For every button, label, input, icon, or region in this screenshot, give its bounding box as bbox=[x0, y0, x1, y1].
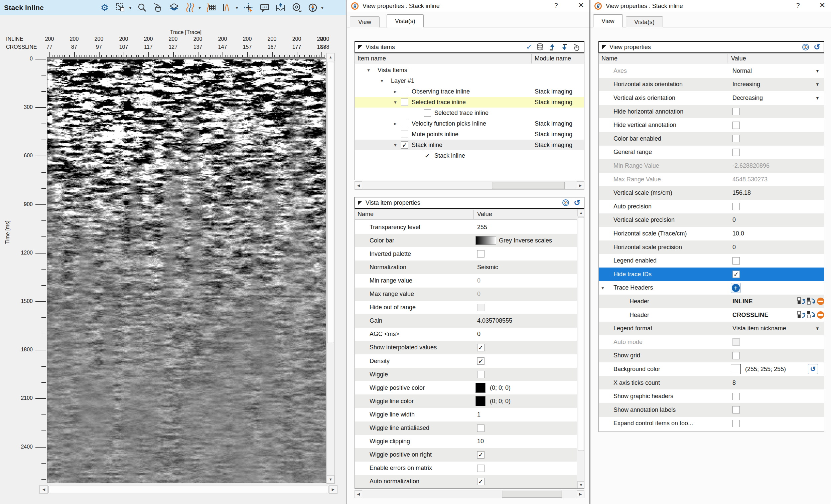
property-row[interactable]: Horizontal scale precision0 bbox=[599, 240, 824, 254]
property-row[interactable]: Legend enabled bbox=[599, 254, 824, 268]
expander-down-icon[interactable]: ▾ bbox=[390, 142, 401, 148]
tree-item[interactable]: Mute points inlineStack imaging bbox=[355, 129, 584, 140]
close-button[interactable]: ✕ bbox=[575, 1, 587, 10]
property-row[interactable]: Background color(255; 255; 255)↺ bbox=[599, 362, 824, 376]
color-swatch[interactable] bbox=[476, 396, 486, 406]
upload-arrow-icon[interactable] bbox=[548, 43, 556, 51]
property-row[interactable]: Gain4.035708555 bbox=[355, 314, 577, 328]
expander-down-icon[interactable]: ▾ bbox=[601, 285, 604, 291]
scroll-up-button[interactable]: ▲ bbox=[577, 209, 584, 216]
property-row[interactable]: Wiggle line color(0; 0; 0) bbox=[355, 394, 577, 408]
scroll-down-button[interactable]: ▼ bbox=[577, 481, 584, 488]
expander-down-icon[interactable]: ▾ bbox=[376, 78, 388, 84]
dropdown-arrow-icon[interactable]: ▼ bbox=[815, 82, 820, 87]
seismic-image[interactable] bbox=[48, 58, 326, 483]
property-row[interactable]: Auto normalization✓ bbox=[355, 475, 577, 488]
property-row[interactable]: Wiggle positive color(0; 0; 0) bbox=[355, 381, 577, 394]
property-row[interactable]: Color barGrey Inverse scales bbox=[355, 234, 577, 247]
remove-header-icon[interactable] bbox=[816, 310, 824, 319]
tree-item[interactable]: ▾Vista Items bbox=[355, 65, 584, 76]
property-row[interactable]: Auto mode bbox=[599, 335, 824, 349]
undo-icon[interactable]: ↺ bbox=[813, 44, 820, 51]
compass-dropdown[interactable]: ▾ bbox=[321, 5, 324, 11]
tree-item[interactable]: ▾Layer #1 bbox=[355, 76, 584, 86]
item-visibility-checkbox[interactable]: ✓ bbox=[401, 141, 408, 149]
property-checkbox[interactable] bbox=[733, 406, 740, 414]
vista-items-section-header[interactable]: Vista items ✓ bbox=[354, 41, 584, 53]
property-row[interactable]: Vertical scale (ms/cm)156.18 bbox=[599, 186, 824, 200]
property-row[interactable]: AGC <ms>0 bbox=[355, 328, 577, 341]
undo-icon[interactable]: ↺ bbox=[574, 199, 580, 206]
expander-right-icon[interactable]: ▸ bbox=[390, 121, 401, 126]
close-button[interactable]: ✕ bbox=[816, 1, 828, 10]
target-icon[interactable] bbox=[802, 43, 810, 51]
item-visibility-checkbox[interactable] bbox=[424, 109, 431, 117]
property-row[interactable]: Max range value0 bbox=[355, 288, 577, 301]
property-checkbox[interactable] bbox=[733, 203, 740, 210]
property-row[interactable]: Density✓ bbox=[355, 354, 577, 368]
layers-icon[interactable] bbox=[168, 2, 180, 13]
amplitude-curve-dropdown[interactable]: ▾ bbox=[235, 5, 238, 11]
reset-color-button[interactable]: ↺ bbox=[808, 364, 818, 374]
property-checkbox[interactable] bbox=[733, 149, 740, 156]
compass-icon[interactable] bbox=[307, 2, 318, 13]
annotation-bubble-icon[interactable] bbox=[259, 2, 270, 13]
property-row[interactable]: Wiggle bbox=[355, 368, 577, 381]
vista-items-hscrollbar[interactable]: ◀ ▶ bbox=[354, 181, 584, 190]
property-row[interactable]: Min Range Value-2.628820896 bbox=[599, 159, 824, 173]
property-row[interactable]: Show grid bbox=[599, 349, 824, 363]
property-row[interactable]: HeaderINLINE bbox=[599, 295, 824, 308]
database-icon[interactable] bbox=[536, 43, 544, 51]
download-arrow-icon[interactable] bbox=[560, 43, 568, 51]
property-row[interactable]: Hide vertical annotation bbox=[599, 118, 824, 132]
color-swatch[interactable] bbox=[476, 383, 486, 393]
item-visibility-checkbox[interactable] bbox=[401, 130, 408, 138]
property-checkbox[interactable] bbox=[733, 420, 740, 427]
amplitude-curve-icon[interactable] bbox=[222, 2, 233, 13]
expander-down-icon[interactable]: ▾ bbox=[390, 99, 401, 105]
property-row[interactable]: General range bbox=[599, 146, 824, 159]
property-row[interactable]: Hide horizontal annotation bbox=[599, 105, 824, 119]
dropdown-arrow-icon[interactable]: ▼ bbox=[815, 95, 820, 100]
property-checkbox[interactable] bbox=[477, 250, 485, 258]
collapse-triangle-icon[interactable] bbox=[358, 45, 363, 50]
property-checkbox[interactable] bbox=[733, 393, 740, 400]
property-row[interactable]: NormalizationSeismic bbox=[355, 261, 577, 274]
remove-header-icon[interactable] bbox=[816, 297, 824, 306]
property-checkbox[interactable]: ✓ bbox=[733, 270, 740, 278]
viewer-hscrollbar[interactable]: ◀ ▶ bbox=[39, 485, 338, 494]
mouse-icon[interactable] bbox=[572, 43, 580, 51]
properties-vscroll-thumb[interactable] bbox=[578, 217, 584, 451]
collapse-triangle-icon[interactable] bbox=[358, 201, 363, 205]
property-row[interactable]: Min range value0 bbox=[355, 274, 577, 287]
item-visibility-checkbox[interactable]: ✓ bbox=[424, 152, 431, 159]
help-button[interactable]: ? bbox=[551, 2, 561, 9]
property-row[interactable]: Inverted palette bbox=[355, 247, 577, 261]
scroll-left-button[interactable]: ◀ bbox=[355, 181, 362, 189]
select-region-icon[interactable] bbox=[115, 2, 126, 13]
property-row[interactable]: Auto precision bbox=[599, 200, 824, 213]
properties-hscrollbar[interactable]: ◀ ▶ bbox=[354, 490, 584, 498]
item-visibility-checkbox[interactable] bbox=[401, 88, 408, 95]
property-checkbox[interactable]: ✓ bbox=[477, 451, 485, 458]
property-checkbox[interactable] bbox=[733, 108, 740, 115]
dropdown-arrow-icon[interactable]: ▼ bbox=[815, 68, 820, 73]
settings-gear-icon[interactable]: ⚙ bbox=[99, 2, 110, 13]
property-checkbox[interactable]: ✓ bbox=[477, 478, 485, 485]
swap-header-icon[interactable] bbox=[797, 310, 806, 319]
zoom-icon[interactable] bbox=[136, 2, 148, 13]
property-row[interactable]: Legend formatVista item nickname▼ bbox=[599, 322, 824, 335]
apply-check-icon[interactable]: ✓ bbox=[526, 43, 532, 52]
collapse-triangle-icon[interactable] bbox=[602, 45, 606, 50]
property-row[interactable]: Hide trace IDs✓ bbox=[599, 268, 824, 281]
tree-item[interactable]: ▾✓Stack inlineStack imaging bbox=[355, 140, 584, 150]
target-icon[interactable] bbox=[562, 199, 570, 207]
property-row[interactable]: Max Range Value4548.530273 bbox=[599, 173, 824, 186]
reload-header-icon[interactable] bbox=[807, 297, 815, 306]
reload-header-icon[interactable] bbox=[807, 310, 815, 319]
tab-view[interactable]: View bbox=[350, 17, 379, 27]
property-row[interactable]: Show annotation labels bbox=[599, 403, 824, 417]
property-row[interactable]: Horizontal scale (Trace/cm)10.0 bbox=[599, 227, 824, 240]
view-properties-section-header[interactable]: View properties ↺ bbox=[598, 41, 824, 53]
scroll-right-button[interactable]: ▶ bbox=[577, 181, 584, 189]
